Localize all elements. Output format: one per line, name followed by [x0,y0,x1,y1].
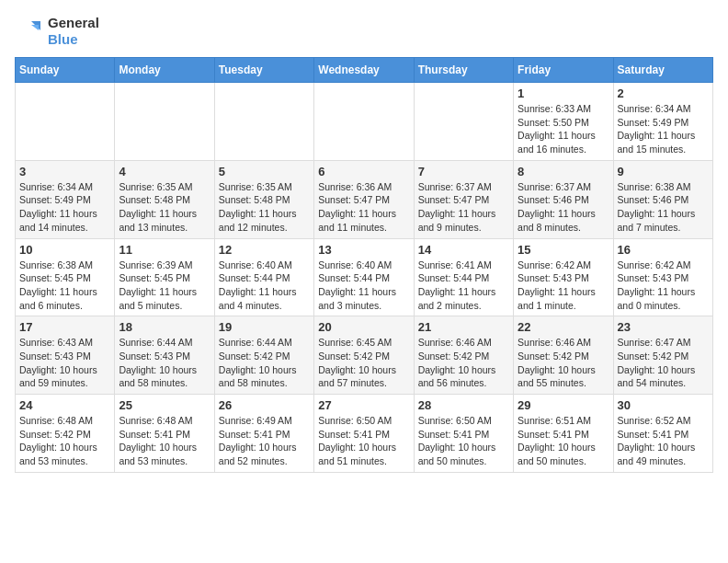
day-number: 24 [19,398,110,412]
calendar-cell: 22Sunrise: 6:46 AMSunset: 5:42 PMDayligh… [514,316,613,395]
day-info: Sunrise: 6:35 AMSunset: 5:48 PMDaylight:… [219,180,310,235]
day-info: Sunrise: 6:50 AMSunset: 5:41 PMDaylight:… [418,414,509,468]
day-info: Sunrise: 6:37 AMSunset: 5:46 PMDaylight:… [518,180,609,235]
weekday-header: Monday [115,58,214,83]
calendar-cell: 16Sunrise: 6:42 AMSunset: 5:43 PMDayligh… [613,238,712,316]
weekday-header: Wednesday [314,58,414,83]
weekday-header: Tuesday [214,58,313,83]
day-info: Sunrise: 6:34 AMSunset: 5:49 PMDaylight:… [19,180,110,235]
calendar-cell: 4Sunrise: 6:35 AMSunset: 5:48 PMDaylight… [115,160,214,238]
day-number: 30 [618,398,709,412]
day-number: 6 [318,165,409,178]
day-number: 7 [418,165,509,178]
calendar-cell: 28Sunrise: 6:50 AMSunset: 5:41 PMDayligh… [414,395,513,473]
calendar-week-row: 1Sunrise: 6:33 AMSunset: 5:50 PMDaylight… [16,83,713,161]
day-number: 5 [219,165,310,178]
day-number: 11 [119,243,210,257]
day-info: Sunrise: 6:48 AMSunset: 5:42 PMDaylight:… [19,414,110,468]
day-number: 8 [518,165,609,178]
calendar-cell [314,83,414,161]
day-info: Sunrise: 6:43 AMSunset: 5:43 PMDaylight:… [19,336,110,390]
calendar-table: SundayMondayTuesdayWednesdayThursdayFrid… [15,57,713,473]
day-number: 23 [618,320,709,334]
day-info: Sunrise: 6:46 AMSunset: 5:42 PMDaylight:… [418,336,509,390]
day-number: 21 [418,320,509,334]
day-info: Sunrise: 6:40 AMSunset: 5:44 PMDaylight:… [318,259,409,313]
day-info: Sunrise: 6:44 AMSunset: 5:42 PMDaylight:… [219,336,310,390]
calendar-cell: 24Sunrise: 6:48 AMSunset: 5:42 PMDayligh… [16,395,115,473]
day-info: Sunrise: 6:40 AMSunset: 5:44 PMDaylight:… [219,259,310,313]
calendar-week-row: 24Sunrise: 6:48 AMSunset: 5:42 PMDayligh… [16,395,713,473]
day-info: Sunrise: 6:48 AMSunset: 5:41 PMDaylight:… [119,414,210,468]
day-number: 3 [19,165,110,178]
day-number: 17 [19,320,110,334]
day-info: Sunrise: 6:38 AMSunset: 5:45 PMDaylight:… [19,259,110,313]
calendar-cell: 17Sunrise: 6:43 AMSunset: 5:43 PMDayligh… [16,316,115,395]
day-info: Sunrise: 6:45 AMSunset: 5:42 PMDaylight:… [318,336,409,390]
calendar-cell: 2Sunrise: 6:34 AMSunset: 5:49 PMDaylight… [613,83,712,161]
calendar-cell: 8Sunrise: 6:37 AMSunset: 5:46 PMDaylight… [514,160,613,238]
logo-icon [15,17,42,45]
logo: GeneralBlue [15,15,99,48]
calendar-cell: 20Sunrise: 6:45 AMSunset: 5:42 PMDayligh… [314,316,414,395]
weekday-header: Friday [514,58,613,83]
calendar-cell: 18Sunrise: 6:44 AMSunset: 5:43 PMDayligh… [115,316,214,395]
calendar-cell: 25Sunrise: 6:48 AMSunset: 5:41 PMDayligh… [115,395,214,473]
calendar-week-row: 10Sunrise: 6:38 AMSunset: 5:45 PMDayligh… [16,238,713,316]
calendar-cell: 13Sunrise: 6:40 AMSunset: 5:44 PMDayligh… [314,238,414,316]
day-info: Sunrise: 6:35 AMSunset: 5:48 PMDaylight:… [119,180,210,235]
day-info: Sunrise: 6:34 AMSunset: 5:49 PMDaylight:… [618,102,709,156]
calendar-cell: 21Sunrise: 6:46 AMSunset: 5:42 PMDayligh… [414,316,513,395]
day-number: 28 [418,398,509,412]
calendar-cell [115,83,214,161]
calendar-cell: 27Sunrise: 6:50 AMSunset: 5:41 PMDayligh… [314,395,414,473]
calendar-cell [214,83,313,161]
calendar-cell: 7Sunrise: 6:37 AMSunset: 5:47 PMDaylight… [414,160,513,238]
day-info: Sunrise: 6:50 AMSunset: 5:41 PMDaylight:… [318,414,409,468]
day-number: 19 [219,320,310,334]
day-number: 25 [119,398,210,412]
calendar-cell: 30Sunrise: 6:52 AMSunset: 5:41 PMDayligh… [613,395,712,473]
day-info: Sunrise: 6:46 AMSunset: 5:42 PMDaylight:… [518,336,609,390]
day-info: Sunrise: 6:52 AMSunset: 5:41 PMDaylight:… [618,414,709,468]
day-info: Sunrise: 6:49 AMSunset: 5:41 PMDaylight:… [219,414,310,468]
day-info: Sunrise: 6:39 AMSunset: 5:45 PMDaylight:… [119,259,210,313]
weekday-header: Saturday [613,58,712,83]
weekday-header: Sunday [16,58,115,83]
weekday-header: Thursday [414,58,513,83]
day-info: Sunrise: 6:33 AMSunset: 5:50 PMDaylight:… [518,102,609,156]
day-number: 10 [19,243,110,257]
day-number: 1 [518,86,609,100]
day-info: Sunrise: 6:42 AMSunset: 5:43 PMDaylight:… [518,259,609,313]
calendar-cell: 1Sunrise: 6:33 AMSunset: 5:50 PMDaylight… [514,83,613,161]
calendar-cell [414,83,513,161]
day-number: 14 [418,243,509,257]
calendar-week-row: 17Sunrise: 6:43 AMSunset: 5:43 PMDayligh… [16,316,713,395]
day-number: 12 [219,243,310,257]
day-info: Sunrise: 6:38 AMSunset: 5:46 PMDaylight:… [618,180,709,235]
day-number: 2 [618,86,709,100]
day-info: Sunrise: 6:44 AMSunset: 5:43 PMDaylight:… [119,336,210,390]
calendar-week-row: 3Sunrise: 6:34 AMSunset: 5:49 PMDaylight… [16,160,713,238]
calendar-cell: 26Sunrise: 6:49 AMSunset: 5:41 PMDayligh… [214,395,313,473]
calendar-cell: 5Sunrise: 6:35 AMSunset: 5:48 PMDaylight… [214,160,313,238]
day-number: 22 [518,320,609,334]
day-info: Sunrise: 6:42 AMSunset: 5:43 PMDaylight:… [618,259,709,313]
day-info: Sunrise: 6:51 AMSunset: 5:41 PMDaylight:… [518,414,609,468]
day-number: 27 [318,398,409,412]
calendar-cell: 6Sunrise: 6:36 AMSunset: 5:47 PMDaylight… [314,160,414,238]
calendar-cell: 23Sunrise: 6:47 AMSunset: 5:42 PMDayligh… [613,316,712,395]
day-number: 15 [518,243,609,257]
day-number: 13 [318,243,409,257]
day-info: Sunrise: 6:36 AMSunset: 5:47 PMDaylight:… [318,180,409,235]
calendar-cell: 3Sunrise: 6:34 AMSunset: 5:49 PMDaylight… [16,160,115,238]
calendar-cell: 15Sunrise: 6:42 AMSunset: 5:43 PMDayligh… [514,238,613,316]
calendar-cell: 29Sunrise: 6:51 AMSunset: 5:41 PMDayligh… [514,395,613,473]
day-number: 26 [219,398,310,412]
calendar-cell: 11Sunrise: 6:39 AMSunset: 5:45 PMDayligh… [115,238,214,316]
calendar-cell: 12Sunrise: 6:40 AMSunset: 5:44 PMDayligh… [214,238,313,316]
day-number: 20 [318,320,409,334]
calendar-cell [16,83,115,161]
day-number: 18 [119,320,210,334]
day-number: 4 [119,165,210,178]
